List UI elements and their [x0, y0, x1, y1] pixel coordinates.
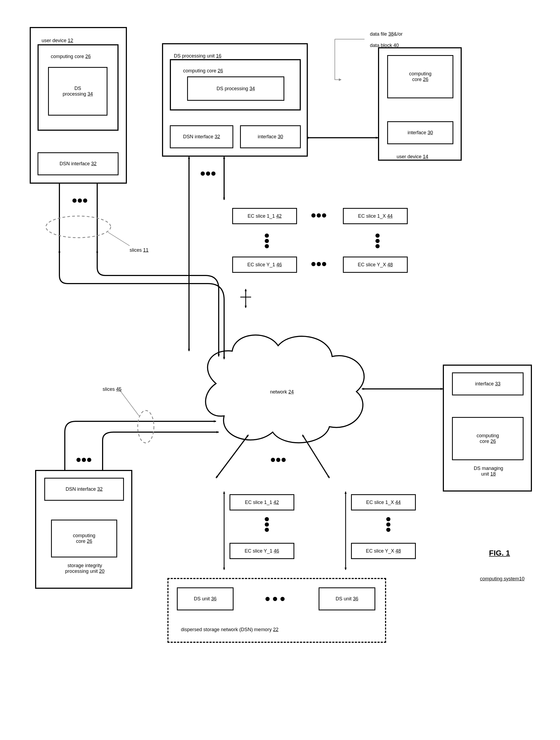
- ud14-cc-box: computing core 26: [387, 55, 453, 98]
- user-device-14-box: computing core 26 interface 30 user devi…: [378, 47, 462, 161]
- label-text: DS managing unit: [474, 466, 503, 477]
- ds-managing-unit-box: interface 33 computing core 26 DS managi…: [443, 365, 532, 491]
- svg-line-18: [119, 389, 139, 416]
- ds-unit-box-1: DS unit 36: [177, 587, 234, 610]
- label-text: EC slice Y_1: [247, 262, 275, 268]
- svg-point-17: [138, 410, 154, 443]
- fig-sub: computing system: [480, 576, 519, 581]
- vdots-icon: ●●●: [262, 233, 273, 249]
- label-num: 32: [91, 161, 97, 166]
- label-num: 33: [495, 381, 500, 386]
- cc-label: computing core 26: [43, 48, 91, 65]
- label-num: 22: [273, 627, 278, 632]
- fig-sub-num: 10: [519, 576, 525, 581]
- label-text: EC slice 1_1: [245, 500, 272, 505]
- ec-slice-y-x-upper: EC slice Y_X 48: [343, 257, 408, 273]
- label-text: DS processing: [216, 86, 248, 91]
- label-num: 48: [395, 548, 401, 554]
- ec-slice-y-1-lower: EC slice Y_1 46: [229, 543, 294, 559]
- dsm-if-box: interface 33: [452, 372, 524, 395]
- label-num: 26: [423, 77, 429, 82]
- dots-icon: ● ● ●: [265, 593, 285, 604]
- label-num: 26: [87, 539, 92, 544]
- label-text: EC slice Y_X: [358, 262, 386, 268]
- ds-unit-box-2: DS unit 36: [318, 587, 375, 610]
- label-num: 24: [288, 389, 294, 394]
- network-label: network 24: [267, 383, 294, 395]
- label-num: 12: [68, 38, 73, 43]
- label-num: 42: [276, 213, 282, 219]
- label-text: DSN interface: [66, 486, 96, 492]
- label-text: dispersed storage network (DSN) memory: [181, 627, 272, 632]
- vdots-icon: ●●●: [262, 516, 273, 532]
- user-device-12-box: user device 12 computing core 26 DS proc…: [30, 27, 127, 184]
- label-num: 42: [274, 500, 279, 505]
- label-text: slices: [103, 386, 115, 392]
- label-num: 34: [250, 86, 255, 91]
- label-num: 30: [428, 130, 433, 135]
- dspu-if30-box: interface 30: [240, 125, 301, 148]
- dsm-cc-box: computing core 26: [452, 417, 524, 460]
- label-num: 26: [85, 54, 91, 59]
- dots-icon: ●●●: [270, 454, 286, 465]
- label-text: DS unit: [194, 596, 210, 602]
- label-num: 14: [423, 154, 428, 159]
- si-cc-box: computing core 26: [51, 520, 117, 557]
- ec-slice-y-x-lower: EC slice Y_X 48: [351, 543, 416, 559]
- svg-line-21: [302, 435, 330, 478]
- label-num: 26: [218, 68, 223, 74]
- ud14-title: user device 14: [391, 148, 428, 165]
- label-text: slices: [129, 247, 142, 253]
- svg-marker-14: [339, 78, 342, 81]
- label-num: 46: [274, 548, 279, 554]
- dots-icon: ●●●: [200, 168, 216, 179]
- dsm-title: DS managing unit 18: [460, 466, 517, 477]
- label-text: storage integrity processing unit: [65, 563, 102, 574]
- computing-core-box: computing core 26 DS processing 34: [37, 44, 118, 131]
- label-text: computing core: [51, 54, 84, 59]
- label-num: 18: [490, 471, 496, 477]
- label-num: 36: [211, 596, 216, 602]
- dsn-memory-title: dispersed storage network (DSN) memory 2…: [178, 621, 278, 633]
- dots-icon: ●●●: [310, 209, 326, 221]
- svg-line-4: [108, 232, 129, 246]
- ec-slice-1-1-lower: EC slice 1_1 42: [229, 494, 294, 511]
- label-text: DSN interface: [183, 134, 213, 140]
- num: 38: [388, 31, 394, 37]
- svg-point-3: [46, 216, 111, 238]
- ds-processing-unit-box: DS processing unit 16 computing core 26 …: [162, 43, 308, 157]
- ec-slice-1-1-upper: EC slice 1_1 42: [232, 208, 297, 224]
- label-num: 34: [88, 91, 93, 97]
- dots-icon: ●●●: [76, 454, 92, 465]
- ds-processing-box: DS processing 34: [48, 67, 107, 116]
- si-dsn-if-box: DSN interface 32: [44, 478, 124, 501]
- ud14-if-box: interface 30: [387, 121, 453, 144]
- label-num: 16: [216, 53, 221, 59]
- data-file-label: data file 38&/or data block 40: [367, 26, 402, 49]
- dspu-dsn-if-box: DSN interface 32: [170, 125, 233, 148]
- dspu-cc-box: computing core 26 DS processing 34: [170, 59, 301, 110]
- dspu-dsp-box: DS processing 34: [187, 76, 284, 101]
- figure-caption: FIG. 1 computing system10: [464, 538, 535, 593]
- ec-slice-1-x-lower: EC slice 1_X 44: [351, 494, 416, 511]
- label-text: DSN interface: [60, 161, 90, 166]
- label-num: 45: [116, 386, 121, 392]
- dsn-interface-box: DSN interface 32: [37, 152, 118, 175]
- slices-11-label: slices 11: [127, 242, 149, 253]
- ec-slice-1-x-upper: EC slice 1_X 44: [343, 208, 408, 224]
- label-num: 44: [395, 500, 401, 505]
- label-num: 32: [97, 486, 103, 492]
- label-text: network: [270, 389, 287, 394]
- label-text: EC slice Y_X: [366, 548, 394, 554]
- diagram-canvas: user device 12 computing core 26 DS proc…: [11, 11, 549, 729]
- label-num: 36: [353, 596, 358, 602]
- ec-slice-y-1-upper: EC slice Y_1 46: [232, 257, 297, 273]
- label-text: user device: [397, 154, 422, 159]
- num: 40: [393, 43, 399, 48]
- label-num: 44: [387, 213, 393, 219]
- vdots-icon: ●●●: [383, 516, 394, 532]
- si-title: storage integrity processing unit 20: [47, 563, 122, 574]
- label-text: EC slice 1_1: [248, 213, 275, 219]
- storage-integrity-box: DSN interface 32 computing core 26 stora…: [35, 470, 132, 589]
- label-text: interface: [258, 134, 276, 140]
